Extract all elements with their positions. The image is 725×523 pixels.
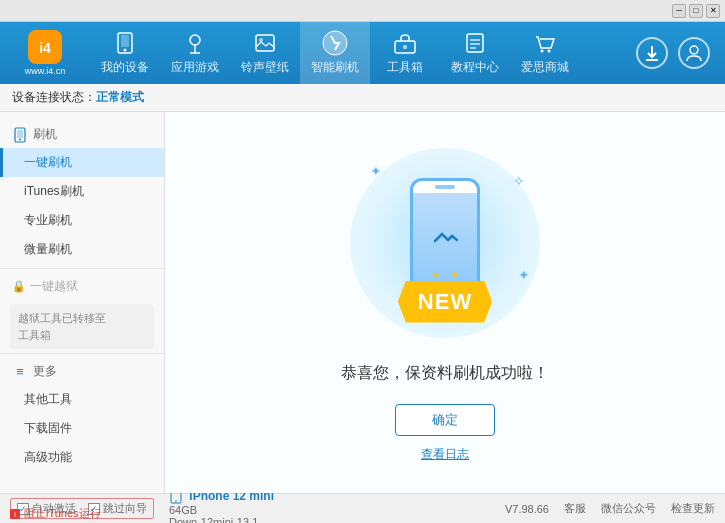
svg-rect-3 <box>121 35 129 47</box>
confirm-button[interactable]: 确定 <box>395 404 495 436</box>
nav-label-smart-flash: 智能刷机 <box>311 59 359 76</box>
close-button[interactable]: ✕ <box>706 4 720 18</box>
phone-illustration: ✦ ✧ ✦ ✦ ✦ NEW <box>345 143 545 343</box>
nav-label-shop: 爱思商城 <box>521 59 569 76</box>
sidebar-section-jailbreak: 🔒 一键越狱 越狱工具已转移至工具箱 <box>0 273 164 349</box>
sidebar-section-more-header: ≡ 更多 <box>0 358 164 385</box>
sidebar-item-download-firmware[interactable]: 下载固件 <box>0 414 164 443</box>
logo[interactable]: i4 www.i4.cn <box>0 22 90 84</box>
sparkle-2: ✧ <box>513 173 525 189</box>
svg-rect-12 <box>403 45 407 49</box>
sidebar-section-flash-header: 刷机 <box>0 121 164 148</box>
svg-point-4 <box>124 48 127 51</box>
status-label: 设备连接状态： <box>12 89 96 106</box>
status-bar: 设备连接状态： 正常模式 <box>0 84 725 112</box>
phone-sidebar-icon <box>12 127 28 143</box>
itunes-status: i 阻止iTunes运行 <box>10 506 101 521</box>
nav-item-tutorial[interactable]: 教程中心 <box>440 22 510 84</box>
svg-point-25 <box>175 500 177 502</box>
device-info: iPhone 12 mini 64GB Down-12mini-13,1 <box>169 489 274 523</box>
sidebar-section-more: ≡ 更多 其他工具 下载固件 高级功能 <box>0 358 164 472</box>
sidebar-jailbreak-header: 🔒 一键越狱 <box>0 273 164 300</box>
jailbreak-note: 越狱工具已转移至工具箱 <box>10 304 154 349</box>
device-storage: 64GB <box>169 504 274 516</box>
phone-speaker <box>435 185 455 189</box>
nav-item-shop[interactable]: 爱思商城 <box>510 22 580 84</box>
new-badge: NEW <box>398 281 492 323</box>
status-value: 正常模式 <box>96 89 144 106</box>
download-button[interactable] <box>636 37 668 69</box>
wechat-link[interactable]: 微信公众号 <box>601 501 656 516</box>
svg-point-5 <box>190 35 200 45</box>
skip-wizard-label: 跳过向导 <box>103 501 147 516</box>
nav-item-toolbox[interactable]: 工具箱 <box>370 22 440 84</box>
apps-nav-icon <box>181 31 209 55</box>
tutorial-nav-icon <box>461 31 489 55</box>
success-text: 恭喜您，保资料刷机成功啦！ <box>341 363 549 384</box>
nav-item-apps[interactable]: 应用游戏 <box>160 22 230 84</box>
sidebar-section-flash: 刷机 一键刷机 iTunes刷机 专业刷机 微量刷机 <box>0 121 164 264</box>
svg-rect-22 <box>17 130 23 138</box>
divider-2 <box>0 353 164 354</box>
svg-point-20 <box>690 46 698 54</box>
support-link[interactable]: 客服 <box>564 501 586 516</box>
more-section-label: 更多 <box>33 363 57 380</box>
sidebar-item-pro-flash[interactable]: 专业刷机 <box>0 206 164 235</box>
sparkle-1: ✦ <box>370 163 382 179</box>
nav-item-smart-flash[interactable]: 智能刷机 <box>300 22 370 84</box>
user-button[interactable] <box>678 37 710 69</box>
logo-icon: i4 <box>28 30 62 64</box>
sparkle-3: ✦ <box>518 267 530 283</box>
svg-point-17 <box>541 49 544 52</box>
main-area: 刷机 一键刷机 iTunes刷机 专业刷机 微量刷机 🔒 一键越狱 越狱工具已 <box>0 112 725 493</box>
nav-item-wallpaper[interactable]: 铃声壁纸 <box>230 22 300 84</box>
minimize-button[interactable]: ─ <box>672 4 686 18</box>
sidebar-item-other-tools[interactable]: 其他工具 <box>0 385 164 414</box>
sidebar-item-micro-flash[interactable]: 微量刷机 <box>0 235 164 264</box>
divider-1 <box>0 268 164 269</box>
toolbox-nav-icon <box>391 31 419 55</box>
svg-rect-8 <box>256 35 274 51</box>
version-label: V7.98.66 <box>505 503 549 515</box>
nav-items: 我的设备 应用游戏 铃声壁纸 <box>90 22 636 84</box>
svg-point-9 <box>259 38 263 42</box>
svg-rect-13 <box>467 34 483 52</box>
nav-right <box>636 37 725 69</box>
header: i4 www.i4.cn 我的设备 <box>0 22 725 84</box>
check-update-link[interactable]: 检查更新 <box>671 501 715 516</box>
content-area: ✦ ✧ ✦ ✦ ✦ NEW 恭喜您，保资 <box>165 112 725 493</box>
window-controls: ─ □ ✕ <box>672 4 720 18</box>
nav-item-my-device[interactable]: 我的设备 <box>90 22 160 84</box>
nav-label-apps: 应用游戏 <box>171 59 219 76</box>
menu-sidebar-icon: ≡ <box>12 364 28 380</box>
flash-nav-icon <box>321 31 349 55</box>
shop-nav-icon <box>531 31 559 55</box>
svg-point-18 <box>548 49 551 52</box>
svg-text:i4: i4 <box>39 40 51 56</box>
nav-label-wallpaper: 铃声壁纸 <box>241 59 289 76</box>
logo-url: www.i4.cn <box>25 66 66 76</box>
lock-icon: 🔒 <box>12 280 26 293</box>
svg-point-23 <box>19 138 21 140</box>
sidebar: 刷机 一键刷机 iTunes刷机 专业刷机 微量刷机 🔒 一键越狱 越狱工具已 <box>0 112 165 493</box>
view-log-link[interactable]: 查看日志 <box>421 446 469 463</box>
nav-label-my-device: 我的设备 <box>101 59 149 76</box>
sidebar-item-one-click-flash[interactable]: 一键刷机 <box>0 148 164 177</box>
new-ribbon: ✦ ✦ NEW <box>398 281 492 323</box>
nav-label-toolbox: 工具箱 <box>387 59 423 76</box>
bottom-right: V7.98.66 客服 微信公众号 检查更新 <box>505 501 715 516</box>
itunes-status-text: 阻止iTunes运行 <box>24 506 101 521</box>
phone-nav-icon <box>111 31 139 55</box>
bottom-bar: 自动激活 跳过向导 iPhone 12 mini 64GB Down-12min… <box>0 493 725 523</box>
nav-label-tutorial: 教程中心 <box>451 59 499 76</box>
maximize-button[interactable]: □ <box>689 4 703 18</box>
flash-section-label: 刷机 <box>33 126 57 143</box>
title-bar: ─ □ ✕ <box>0 0 725 22</box>
wallpaper-nav-icon <box>251 31 279 55</box>
sidebar-item-advanced[interactable]: 高级功能 <box>0 443 164 472</box>
device-firmware: Down-12mini-13,1 <box>169 516 274 523</box>
sidebar-item-itunes-flash[interactable]: iTunes刷机 <box>0 177 164 206</box>
